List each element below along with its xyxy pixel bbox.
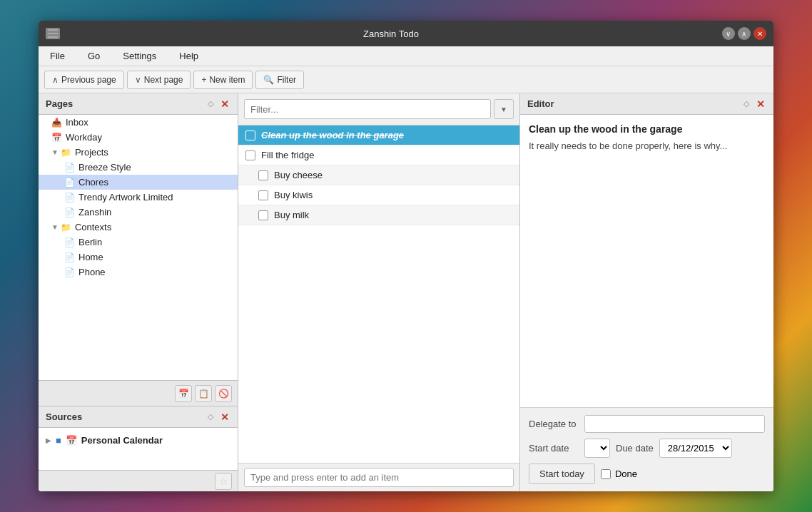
editor-close-button[interactable]: ✕ [755, 98, 766, 110]
main-content: Pages ◇ ✕ 📥 Inbox 📅 Workday [39, 93, 773, 491]
previous-icon: ∧ [52, 75, 59, 85]
projects-expand-icon: ▼ [51, 148, 59, 156]
window-title: Zanshin Todo [363, 29, 419, 39]
breeze-style-label: Breeze Style [78, 162, 131, 173]
next-page-label: Next page [144, 75, 183, 85]
task-text-buy-milk: Buy milk [274, 210, 309, 220]
new-item-button[interactable]: + New item [193, 71, 253, 89]
filter-input[interactable] [244, 99, 491, 119]
task-item-buy-kiwis[interactable]: Buy kiwis [238, 185, 519, 205]
menu-go[interactable]: Go [82, 48, 106, 64]
due-date-select[interactable]: 28/12/2015 [659, 439, 732, 458]
maximize-button[interactable]: ∧ [738, 27, 751, 40]
sources-pin-button[interactable]: ◇ [205, 411, 216, 423]
close-button[interactable]: ✕ [753, 27, 766, 40]
task-checkbox-buy-milk[interactable] [258, 210, 268, 220]
delegate-to-input[interactable] [584, 415, 765, 433]
sidebar-item-berlin[interactable]: 📄 Berlin [39, 235, 238, 250]
task-item-buy-milk[interactable]: Buy milk [238, 205, 519, 225]
dates-row: Start date Due date 28/12/2015 [529, 439, 765, 458]
inbox-label: Inbox [66, 117, 88, 128]
breeze-style-icon: 📄 [64, 163, 75, 173]
sidebar-item-workday[interactable]: 📅 Workday [39, 130, 238, 145]
pages-title: Pages [46, 98, 73, 109]
task-list: Clean up the wood in the garage Fill the… [238, 126, 519, 463]
sidebar-item-chores[interactable]: 📄 Chores [39, 175, 238, 190]
task-text-buy-cheese: Buy cheese [274, 170, 323, 180]
delegate-label: Delegate to [529, 419, 579, 429]
task-checkbox-buy-cheese[interactable] [258, 170, 268, 180]
sources-panel-header: Sources ◇ ✕ [39, 406, 238, 428]
menu-bar: File Go Settings Help [39, 46, 773, 66]
task-item-fill-fridge[interactable]: Fill the fridge [238, 145, 519, 165]
task-add-input[interactable] [244, 468, 514, 487]
source-item-personal-calendar[interactable]: ▶ ■ 📅 Personal Calendar [43, 432, 233, 449]
sidebar-item-phone[interactable]: 📄 Phone [39, 265, 238, 280]
filter-label: Filter [277, 75, 296, 85]
plus-icon: + [201, 75, 206, 85]
task-add-bar [238, 463, 519, 491]
pages-pin-button[interactable]: ◇ [205, 98, 216, 110]
filter-dropdown-button[interactable]: ▼ [494, 99, 514, 119]
sources-footer: ☆ [39, 470, 238, 491]
pages-panel-header: Pages ◇ ✕ [39, 93, 238, 115]
menu-settings[interactable]: Settings [117, 48, 162, 64]
pages-footer: 📅 📋 🚫 [39, 380, 238, 406]
previous-page-label: Previous page [61, 75, 116, 85]
task-checkbox-buy-kiwis[interactable] [258, 190, 268, 200]
due-date-label: Due date [616, 443, 654, 454]
editor-content: Clean up the wood in the garage It reall… [520, 115, 773, 407]
editor-panel: Editor ◇ ✕ Clean up the wood in the gara… [520, 93, 773, 491]
done-label: Done [615, 469, 637, 479]
pages-tree: 📥 Inbox 📅 Workday ▼ 📁 Projects 📄 Br [39, 115, 238, 380]
task-checkbox-fill-fridge[interactable] [245, 150, 255, 160]
trendy-artwork-label: Trendy Artwork Limited [78, 192, 173, 203]
sidebar-item-contexts[interactable]: ▼ 📁 Contexts [39, 220, 238, 235]
action-row: Start today Done [529, 464, 765, 484]
sources-close-button[interactable]: ✕ [219, 411, 230, 423]
projects-label: Projects [75, 147, 108, 158]
edit-page-button[interactable]: 📋 [195, 385, 212, 402]
minimize-button[interactable]: ∨ [722, 27, 735, 40]
menu-help[interactable]: Help [173, 48, 204, 64]
inbox-icon: 📥 [51, 118, 62, 128]
sidebar-item-breeze-style[interactable]: 📄 Breeze Style [39, 160, 238, 175]
sidebar-item-zanshin[interactable]: 📄 Zanshin [39, 205, 238, 220]
start-date-select[interactable] [584, 439, 610, 458]
contexts-label: Contexts [75, 222, 111, 232]
personal-calendar-label: Personal Calendar [81, 435, 163, 446]
task-text-buy-kiwis: Buy kiwis [274, 190, 313, 200]
filter-button[interactable]: 🔍 Filter [255, 71, 304, 89]
task-checkbox-clean-garage[interactable] [245, 130, 255, 140]
editor-pin-button[interactable]: ◇ [741, 98, 752, 110]
sidebar-item-trendy-artwork[interactable]: 📄 Trendy Artwork Limited [39, 190, 238, 205]
berlin-icon: 📄 [64, 237, 75, 247]
svg-rect-2 [48, 36, 58, 38]
sources-controls: ◇ ✕ [205, 411, 230, 423]
pages-close-button[interactable]: ✕ [219, 98, 230, 110]
star-icon: ☆ [219, 476, 228, 487]
add-page-button[interactable]: 📅 [175, 385, 192, 402]
sidebar-item-home[interactable]: 📄 Home [39, 250, 238, 265]
editor-task-title: Clean up the wood in the garage [529, 123, 765, 135]
start-today-button[interactable]: Start today [529, 464, 595, 484]
sources-list: ▶ ■ 📅 Personal Calendar [39, 428, 238, 470]
window-controls: ∨ ∧ ✕ [722, 27, 766, 40]
menu-file[interactable]: File [44, 48, 71, 64]
edit-page-icon: 📋 [198, 389, 209, 399]
trendy-artwork-icon: 📄 [64, 193, 75, 203]
task-item-clean-garage[interactable]: Clean up the wood in the garage [238, 126, 519, 145]
workday-label: Workday [66, 132, 102, 143]
home-label: Home [78, 252, 103, 262]
sidebar-item-projects[interactable]: ▼ 📁 Projects [39, 145, 238, 160]
app-icon [46, 28, 60, 39]
previous-page-button[interactable]: ∧ Previous page [44, 71, 124, 89]
sidebar-item-inbox[interactable]: 📥 Inbox [39, 115, 238, 130]
task-text-clean-garage: Clean up the wood in the garage [261, 130, 404, 140]
delete-page-button[interactable]: 🚫 [215, 385, 232, 402]
filter-icon: 🔍 [263, 75, 274, 85]
task-item-buy-cheese[interactable]: Buy cheese [238, 165, 519, 185]
done-checkbox[interactable] [601, 469, 611, 479]
sources-star-button[interactable]: ☆ [215, 473, 232, 490]
next-page-button[interactable]: ∨ Next page [127, 71, 191, 89]
